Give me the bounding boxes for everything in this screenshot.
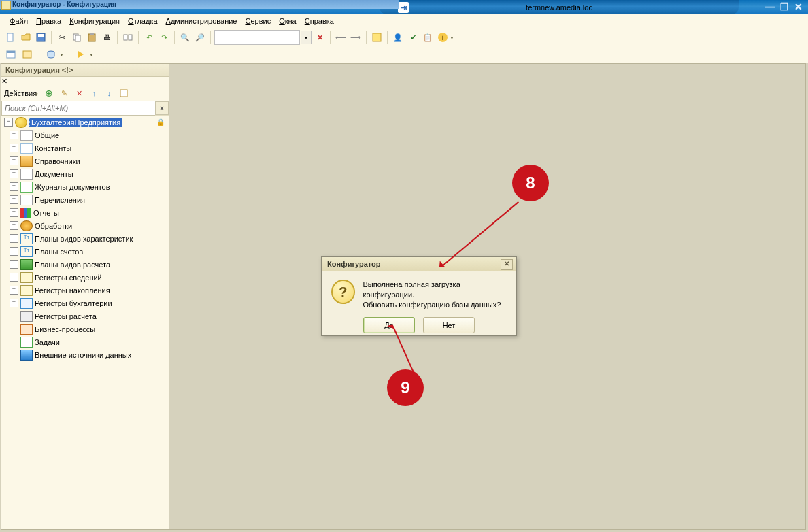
list-icon bbox=[20, 195, 33, 205]
panel-search-input[interactable] bbox=[1, 101, 155, 116]
menu-service[interactable]: Сервис bbox=[241, 15, 275, 27]
tree-node[interactable]: +Перечисления bbox=[1, 193, 169, 206]
dots-icon bbox=[20, 130, 33, 141]
menu-config[interactable]: Конфигурация bbox=[65, 15, 124, 27]
tree-node[interactable]: +Обработки bbox=[1, 219, 169, 232]
run-1c-icon[interactable] bbox=[370, 31, 384, 44]
menu-admin[interactable]: Администрирование bbox=[162, 15, 241, 27]
calendar-icon[interactable]: 📋 bbox=[421, 31, 435, 44]
tree-collapse-icon[interactable]: − bbox=[4, 118, 13, 127]
undo-icon[interactable]: ↶ bbox=[142, 31, 156, 44]
os-restore-button[interactable]: ❐ bbox=[780, 1, 789, 12]
move-down-icon[interactable]: ↓ bbox=[102, 86, 116, 100]
new-file-icon[interactable] bbox=[4, 31, 18, 44]
menu-file[interactable]: Файл bbox=[5, 15, 32, 27]
config-tree[interactable]: − БухгалтерияПредприятия 🔒 +Общие+Конста… bbox=[1, 116, 169, 532]
tree-expand-icon[interactable]: + bbox=[10, 273, 18, 282]
tree-node[interactable]: Внешние источники данных bbox=[1, 348, 169, 361]
db-update-icon[interactable] bbox=[44, 48, 58, 61]
cut-icon[interactable]: ✂ bbox=[55, 31, 69, 44]
lock-icon: 🔒 bbox=[156, 118, 165, 126]
menu-help[interactable]: Справка bbox=[301, 15, 338, 27]
tree-node[interactable]: +ТтПланы видов характеристик bbox=[1, 232, 169, 245]
toolbar-search-dropdown[interactable]: ▼ bbox=[301, 31, 312, 44]
panel-search-clear-icon[interactable]: × bbox=[155, 101, 169, 115]
menu-debug[interactable]: Отладка bbox=[124, 15, 162, 27]
save-icon[interactable] bbox=[34, 31, 48, 44]
tree-node-label: Внешние источники данных bbox=[35, 351, 131, 359]
tree-node[interactable]: Регистры расчета bbox=[1, 310, 169, 322]
tree-node[interactable]: +Документы bbox=[1, 167, 169, 180]
move-up-icon[interactable]: ↑ bbox=[87, 86, 101, 100]
window-list-icon[interactable] bbox=[4, 48, 18, 61]
open-file-icon[interactable] bbox=[19, 31, 33, 44]
tree-node[interactable]: Задачи bbox=[1, 335, 169, 348]
tree-node[interactable]: +Регистры бухгалтерии bbox=[1, 297, 169, 310]
compare-icon[interactable] bbox=[121, 31, 135, 44]
find-icon[interactable]: 🔍 bbox=[178, 31, 192, 44]
tree-expand-icon[interactable]: + bbox=[10, 144, 18, 152]
os-minimize-button[interactable]: — bbox=[765, 1, 775, 12]
clear-search-icon[interactable]: ✕ bbox=[313, 31, 326, 44]
delete-item-icon[interactable]: ✕ bbox=[72, 86, 86, 100]
menu-edit[interactable]: Правка bbox=[32, 15, 65, 27]
pin-session-icon[interactable]: ⇥ bbox=[398, 2, 409, 13]
tree-expand-icon[interactable]: + bbox=[10, 247, 18, 256]
tree-expand-icon[interactable]: + bbox=[10, 221, 18, 230]
syntax-check-icon[interactable]: ✔ bbox=[406, 31, 420, 44]
os-close-button[interactable]: ✕ bbox=[794, 1, 803, 12]
sort-icon[interactable] bbox=[117, 86, 131, 100]
tree-node-label: Общие bbox=[35, 131, 59, 139]
tree-expand-icon[interactable]: + bbox=[10, 131, 18, 139]
tree-node[interactable]: Бизнес-процессы bbox=[1, 322, 169, 335]
tree-node[interactable]: +ТтПланы счетов bbox=[1, 245, 169, 258]
tree-node[interactable]: +Справочники bbox=[1, 154, 169, 167]
tree-expand-icon[interactable]: + bbox=[10, 299, 18, 307]
tree-node[interactable]: +Константы bbox=[1, 142, 169, 154]
tree-root[interactable]: − БухгалтерияПредприятия 🔒 bbox=[1, 116, 169, 129]
panel-close-icon[interactable]: ✕ bbox=[1, 77, 7, 85]
tree-expand-icon[interactable]: + bbox=[10, 195, 18, 204]
menu-windows[interactable]: Окна bbox=[275, 15, 301, 27]
db-dropdown-icon[interactable]: ▼ bbox=[59, 52, 64, 57]
tree-expand-icon[interactable]: + bbox=[10, 260, 18, 269]
tree-node[interactable]: +Отчеты bbox=[1, 206, 169, 219]
tree-node[interactable]: +Журналы документов bbox=[1, 180, 169, 193]
gear-icon bbox=[20, 220, 33, 231]
tree-node[interactable]: +Общие bbox=[1, 129, 169, 142]
tree-expand-icon[interactable]: + bbox=[10, 234, 18, 243]
config-tree-icon[interactable] bbox=[20, 48, 34, 61]
toolbar-separator bbox=[138, 31, 139, 44]
actions-menu[interactable]: Действия▾ bbox=[4, 89, 38, 97]
add-item-icon[interactable]: ⊕ bbox=[42, 86, 56, 100]
print-icon[interactable]: 🖶 bbox=[100, 31, 114, 44]
tree-expand-icon[interactable]: + bbox=[10, 156, 18, 165]
edit-item-icon[interactable]: ✎ bbox=[57, 86, 71, 100]
prev-result-icon[interactable]: ⟵ bbox=[334, 31, 348, 44]
task-icon bbox=[20, 337, 33, 348]
copy-icon[interactable] bbox=[70, 31, 84, 44]
confirm-dialog: Конфигуратор ✕ ? Выполнена полная загруз… bbox=[321, 256, 517, 336]
tree-expand-icon[interactable]: + bbox=[10, 286, 18, 295]
tree-node[interactable]: +Регистры накопления bbox=[1, 284, 169, 297]
tree-expand-icon[interactable]: + bbox=[10, 169, 18, 178]
reg-icon bbox=[20, 285, 33, 296]
debug-dropdown-icon[interactable]: ▼ bbox=[89, 52, 94, 57]
tree-expand-icon[interactable]: + bbox=[10, 208, 18, 217]
dialog-close-icon[interactable]: ✕ bbox=[501, 259, 513, 270]
tree-node[interactable]: +Планы видов расчета bbox=[1, 258, 169, 271]
config-panel-title-label: Конфигурация <!> bbox=[5, 66, 73, 74]
no-button[interactable]: Нет bbox=[423, 317, 475, 333]
next-result-icon[interactable]: ⟶ bbox=[349, 31, 363, 44]
paste-icon[interactable] bbox=[85, 31, 99, 44]
help-icon[interactable]: i bbox=[436, 31, 450, 44]
start-debug-icon[interactable] bbox=[74, 48, 88, 61]
toolbar-search-input[interactable] bbox=[214, 30, 300, 45]
tree-expand-icon[interactable]: + bbox=[10, 182, 18, 191]
svg-rect-8 bbox=[129, 35, 132, 40]
find-next-icon[interactable]: 🔎 bbox=[193, 31, 207, 44]
help-dropdown-icon[interactable]: ▼ bbox=[450, 35, 454, 40]
redo-icon[interactable]: ↷ bbox=[157, 31, 171, 44]
debug-user-icon[interactable]: 👤 bbox=[391, 31, 405, 44]
tree-node[interactable]: +Регистры сведений bbox=[1, 271, 169, 284]
